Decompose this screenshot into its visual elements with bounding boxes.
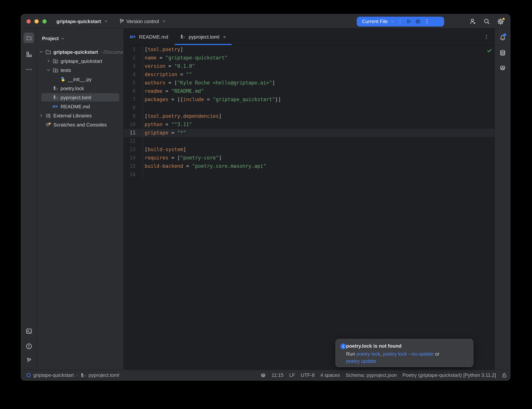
minimize-window-button[interactable] — [35, 19, 39, 23]
code-line-14[interactable]: 14requires = ["poetry-core"] — [124, 154, 495, 162]
code-line-10[interactable]: 10python = "^3.11" — [124, 121, 495, 129]
tree-item-poetry-lock[interactable]: [T]poetry.lock — [37, 84, 123, 93]
debug-button[interactable] — [413, 17, 422, 26]
breadcrumb-project[interactable]: griptape-quickstart — [33, 372, 74, 378]
line-number: 8 — [124, 104, 143, 112]
status-item-4-spaces[interactable]: 4 spaces — [320, 372, 340, 378]
lock-open-icon[interactable] — [502, 372, 507, 378]
tree-item-label: pyproject.toml — [61, 94, 91, 100]
line-number: 6 — [124, 87, 143, 95]
tree-item-readme-md[interactable]: MREADME.md — [37, 102, 123, 111]
main-area: Project griptape-quickstart~/Documentsgr… — [21, 28, 510, 370]
tree-item--init-py[interactable]: __init__.py — [37, 74, 123, 84]
tree-item-external-libraries[interactable]: External Libraries — [37, 111, 123, 120]
code-line-1[interactable]: 1[tool.poetry] — [124, 46, 495, 54]
code-line-9[interactable]: 9[tool.poetry.dependencies] — [124, 112, 495, 121]
tree-item-griptape-quickstart[interactable]: griptape-quickstart~/Documents — [37, 47, 123, 56]
status-item-schema[interactable]: Schema: pyproject.json — [346, 372, 397, 378]
svg-text:M: M — [130, 35, 133, 39]
notifications-tool-button[interactable] — [497, 32, 508, 43]
editor-tab-bar: MREADME.md[T]pyproject.toml× — [124, 28, 495, 46]
code-line-5[interactable]: 5authors = ["Kyle Roche <hello@griptape.… — [124, 79, 495, 87]
project-tool-button[interactable] — [23, 33, 34, 43]
notification-dot — [503, 33, 506, 36]
code-line-16[interactable]: 16 — [124, 170, 495, 179]
code-line-7[interactable]: 7packages = [{include = "griptape_quicks… — [124, 95, 495, 104]
structure-tool-button[interactable] — [23, 49, 34, 59]
status-items: 11:15LFUTF-84 spacesSchema: pyproject.js… — [272, 372, 496, 378]
code-text — [143, 104, 145, 112]
code-line-12[interactable]: 12 — [124, 137, 495, 145]
tab-options-button[interactable] — [484, 28, 489, 45]
vcs-widget[interactable]: Version control — [117, 17, 168, 25]
settings-button[interactable] — [496, 17, 505, 26]
close-window-button[interactable] — [27, 19, 31, 23]
tree-item-pyproject-toml[interactable]: [T]pyproject.toml — [37, 93, 123, 102]
tree-item-griptape-quickstart[interactable]: griptape_quickstart — [37, 56, 123, 65]
code-line-2[interactable]: 2name = "griptape-quickstart" — [124, 54, 495, 62]
tab-readme-md[interactable]: MREADME.md — [124, 28, 174, 45]
code-line-4[interactable]: 4description = "" — [124, 70, 495, 79]
code-line-3[interactable]: 3version = "0.1.0" — [124, 62, 495, 70]
code-line-11[interactable]: 11griptape = "*" — [124, 129, 495, 137]
svg-text:[T]: [T] — [83, 375, 86, 377]
tree-item-tests[interactable]: tests — [37, 65, 123, 74]
info-icon: i — [340, 344, 346, 349]
code-editor[interactable]: 1[tool.poetry]2name = "griptape-quicksta… — [124, 46, 495, 370]
tree-item-label: poetry.lock — [61, 85, 84, 91]
breadcrumb-separator: › — [76, 372, 78, 378]
database-icon — [499, 49, 506, 56]
tab-label: pyproject.toml — [189, 34, 220, 40]
link-poetry-lock-no-update[interactable]: poetry lock --no-update — [383, 351, 433, 357]
module-icon — [27, 373, 31, 377]
status-item-poetry-griptape-quickstart-python-3-11-2-[interactable]: Poetry (griptape-quickstart) [Python 3.1… — [403, 372, 496, 378]
git-branch-icon — [26, 357, 32, 363]
search-everywhere-button[interactable] — [482, 17, 491, 26]
notification-body: Run poetry lock, poetry lock --no-update… — [346, 350, 468, 365]
tab-pyproject-toml[interactable]: [T]pyproject.toml× — [174, 28, 232, 45]
project-widget[interactable]: griptape-quickstart — [55, 17, 110, 25]
run-button[interactable] — [404, 17, 413, 26]
run-widget: Current File — [357, 17, 444, 26]
status-item-utf-8[interactable]: UTF-8 — [301, 372, 315, 378]
code-text: readme = "README.md" — [143, 87, 204, 95]
chevron-right-icon[interactable] — [46, 59, 52, 63]
copilot-status-icon[interactable] — [261, 372, 266, 378]
line-number: 16 — [124, 170, 143, 179]
code-line-6[interactable]: 6readme = "README.md" — [124, 87, 495, 95]
play-icon — [406, 19, 412, 24]
project-panel-header[interactable]: Project — [37, 28, 123, 43]
chevron-down-icon[interactable] — [38, 50, 44, 54]
link-poetry-lock[interactable]: poetry lock — [357, 351, 380, 357]
line-number: 11 — [124, 129, 143, 137]
vcs-tool-button[interactable] — [23, 355, 34, 365]
more-tool-windows-button[interactable] — [23, 64, 34, 74]
copilot-tool-button[interactable] — [497, 63, 508, 73]
zoom-window-button[interactable] — [42, 19, 46, 23]
link-poetry-update[interactable]: poetry update — [346, 358, 376, 364]
status-item-lf[interactable]: LF — [289, 372, 295, 378]
breadcrumb-file[interactable]: pyproject.toml — [89, 372, 119, 378]
chevron-right-icon[interactable] — [38, 113, 44, 118]
close-tab-icon[interactable]: × — [223, 34, 226, 40]
line-number: 15 — [124, 162, 143, 170]
notification-popup[interactable]: i poetry.lock is not found Run poetry lo… — [336, 339, 473, 367]
code-line-15[interactable]: 15build-backend = "poetry.core.masonry.a… — [124, 162, 495, 170]
run-more-button[interactable] — [422, 17, 432, 26]
problems-tool-button[interactable] — [23, 341, 34, 352]
tree-item-scratches-and-consoles[interactable]: Scratches and Consoles — [37, 120, 123, 129]
chevron-down-icon[interactable] — [46, 68, 52, 72]
inspection-ok-check-icon[interactable] — [487, 48, 492, 53]
code-with-me-button[interactable] — [468, 17, 477, 26]
code-line-8[interactable]: 8 — [124, 104, 495, 112]
toml-icon: [T] — [53, 95, 58, 100]
run-configuration-selector[interactable]: Current File — [357, 19, 395, 24]
code-line-13[interactable]: 13[build-system] — [124, 145, 495, 154]
status-item-11[interactable]: 11:15 — [272, 372, 284, 378]
database-tool-button[interactable] — [497, 47, 508, 58]
tree-item-label: griptape-quickstart — [53, 49, 98, 55]
terminal-tool-button[interactable] — [23, 326, 34, 336]
code-text: [tool.poetry.dependencies] — [143, 112, 222, 121]
ellipsis-icon — [26, 66, 32, 73]
tree-item-label: tests — [61, 67, 71, 73]
